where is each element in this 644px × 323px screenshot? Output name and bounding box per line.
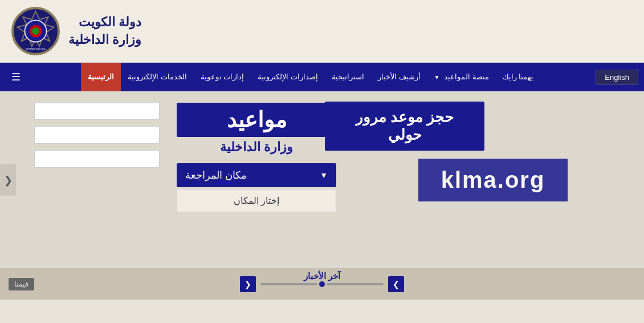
site-header: دولة الكويت وزارة الداخلية KUWAIT POLICE xyxy=(0,0,644,63)
input-field-2[interactable] xyxy=(34,127,160,144)
news-dot-active xyxy=(319,281,325,287)
svg-point-4 xyxy=(32,27,39,35)
mawaid-title: مواعيد xyxy=(177,103,336,137)
news-title: آخر الأخبار xyxy=(304,271,340,281)
news-progress-bar xyxy=(327,283,384,285)
appointment-center-panel: مواعيد وزارة الداخلية ▼ مكان المراجعة إخ… xyxy=(171,91,342,268)
logo-svg: KUWAIT POLICE xyxy=(14,7,58,55)
carousel-prev-arrow[interactable]: ❮ xyxy=(0,164,16,196)
input-field-1[interactable] xyxy=(34,103,160,120)
input-field-3[interactable] xyxy=(34,151,160,168)
header-title-line2: وزارة الداخلية xyxy=(68,31,141,49)
news-dots-container xyxy=(260,281,384,287)
appointments-dropdown-arrow: ▼ xyxy=(434,74,440,80)
news-prev-arrow[interactable]: ❮ xyxy=(240,276,256,292)
location-dropdown-label: مكان المراجعة xyxy=(185,169,247,181)
nav-right-section: English xyxy=(596,70,638,85)
nav-item-home[interactable]: الرئيسية xyxy=(81,63,121,91)
header-text: دولة الكويت وزارة الداخلية xyxy=(68,14,141,49)
news-bar: قيمنا ❯ ❮ آخر الأخبار xyxy=(0,268,644,300)
nav-item-strategy[interactable]: استراتيجية xyxy=(325,63,371,91)
nav-item-care[interactable]: يهمنا رايك xyxy=(496,63,541,91)
news-next-arrow[interactable]: ❯ xyxy=(388,276,404,292)
nav-item-admin-awareness[interactable]: إدارات توعوية xyxy=(194,63,251,91)
nav-item-appointments[interactable]: منصة المواعيد ▼ xyxy=(427,63,496,92)
header-title-line1: دولة الكويت xyxy=(68,14,141,31)
nav-side-button[interactable]: ☰ xyxy=(6,63,26,91)
dropdown-arrow-icon: ▼ xyxy=(320,171,328,180)
main-content-area: ❮ klma.org مواعيد وزارة الداخلية ▼ مكان … xyxy=(0,91,644,268)
content-wrapper: ❮ klma.org مواعيد وزارة الداخلية ▼ مكان … xyxy=(0,91,644,268)
main-navbar: English الرئيسية الخدمات الإلكترونية إدا… xyxy=(0,63,644,91)
location-dropdown[interactable]: ▼ مكان المراجعة xyxy=(177,163,336,187)
book-button-container: حجز موعد مرور حولي xyxy=(325,102,484,151)
qeima-button[interactable]: قيمنا xyxy=(9,278,34,290)
klma-watermark: klma.org xyxy=(418,159,568,201)
news-progress-bar-2 xyxy=(260,283,317,285)
nav-item-admin-electronic[interactable]: إصدارات الإلكترونية xyxy=(251,63,325,91)
right-input-panel xyxy=(0,91,171,268)
location-select-label[interactable]: إختار المكان xyxy=(177,189,336,212)
site-logo: KUWAIT POLICE xyxy=(11,7,60,55)
nav-item-archive[interactable]: أرشيف الأخبار xyxy=(371,63,427,91)
nav-menu: الرئيسية الخدمات الإلكترونية إدارات توعو… xyxy=(81,63,540,92)
svg-text:KUWAIT POLICE: KUWAIT POLICE xyxy=(26,48,46,51)
ministry-subtitle: وزارة الداخلية xyxy=(220,140,293,155)
english-language-button[interactable]: English xyxy=(596,70,638,85)
book-appointment-button[interactable]: حجز موعد مرور حولي xyxy=(325,102,484,151)
nav-item-services[interactable]: الخدمات الإلكترونية xyxy=(121,63,194,91)
